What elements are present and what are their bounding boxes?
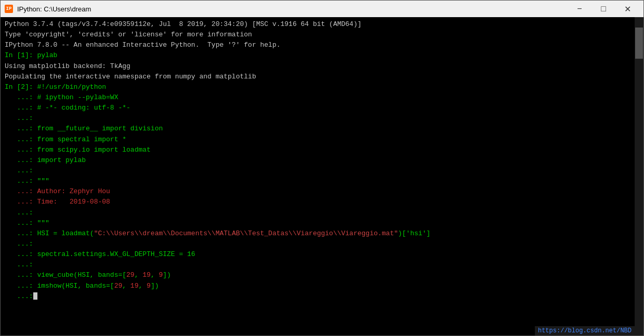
terminal-line: Using matplotlib backend: TkAgg	[5, 61, 630, 72]
terminal-output[interactable]: Python 3.7.4 (tags/v3.7.4:e09359112e, Ju…	[1, 17, 635, 335]
app-icon: IP	[5, 5, 13, 13]
terminal-line: Type 'copyright', 'credits' or 'license'…	[5, 30, 630, 40]
terminal-line: In [2]: #!/usr/bin/python	[5, 82, 630, 92]
terminal-line: ...:	[5, 208, 630, 218]
terminal-line: ...: import pylab	[5, 155, 630, 166]
scrollbar[interactable]	[635, 17, 643, 335]
url-bar: https://blog.csdn.net/NBD	[535, 326, 635, 335]
terminal-line: In [1]: pylab	[5, 50, 630, 61]
terminal-line: Python 3.7.4 (tags/v3.7.4:e09359112e, Ju…	[5, 19, 630, 30]
terminal-line: ...: from spectral import *	[5, 135, 630, 145]
terminal-line: ...:	[5, 291, 630, 302]
terminal-line: ...: # -*- coding: utf-8 -*-	[5, 103, 630, 113]
terminal-line: ...: """	[5, 176, 630, 186]
terminal-line: ...:	[5, 260, 630, 270]
terminal-line: ...:	[5, 239, 630, 249]
terminal-area: Python 3.7.4 (tags/v3.7.4:e09359112e, Ju…	[1, 17, 643, 335]
terminal-line: ...: from __future__ import division	[5, 124, 630, 134]
terminal-line: ...: from scipy.io import loadmat	[5, 145, 630, 155]
window-controls: − □ ✕	[568, 1, 639, 17]
close-button[interactable]: ✕	[615, 1, 639, 17]
terminal-line: ...: # ipython --pylab=WX	[5, 92, 630, 103]
window-title: IPython: C:\Users\dream	[17, 5, 563, 13]
terminal-line: ...: imshow(HSI, bands=[29, 19, 9])	[5, 281, 630, 291]
terminal-line: ...:	[5, 113, 630, 124]
terminal-cursor	[33, 292, 37, 300]
main-window: IP IPython: C:\Users\dream − □ ✕ Python …	[0, 0, 644, 336]
terminal-line: ...: HSI = loadmat("C:\\Users\\dream\\Do…	[5, 229, 630, 239]
terminal-line: ...: spectral.settings.WX_GL_DEPTH_SIZE …	[5, 249, 630, 260]
maximize-button[interactable]: □	[592, 1, 615, 17]
terminal-line: ...: view_cube(HSI, bands=[29, 19, 9])	[5, 270, 630, 280]
minimize-button[interactable]: −	[568, 1, 592, 17]
terminal-line: ...: Time: 2019-08-08	[5, 197, 630, 207]
title-bar: IP IPython: C:\Users\dream − □ ✕	[1, 1, 643, 17]
terminal-line: IPython 7.8.0 -- An enhanced Interactive…	[5, 40, 630, 50]
terminal-line: ...: Author: Zephyr Hou	[5, 186, 630, 197]
terminal-line: Populating the interactive namespace fro…	[5, 72, 630, 82]
terminal-line: ...: """	[5, 218, 630, 229]
terminal-line: ...:	[5, 166, 630, 176]
scroll-thumb[interactable]	[635, 28, 643, 59]
